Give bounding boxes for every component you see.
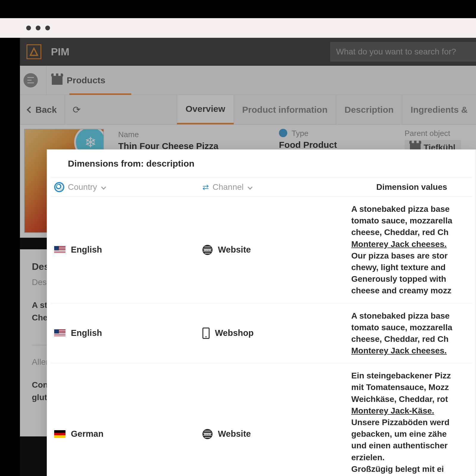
dimensions-modal: Dimensions from: description Country ⇄ C… <box>47 149 476 476</box>
traffic-light-close[interactable] <box>26 26 31 30</box>
modal-title: Dimensions from: description <box>47 150 476 178</box>
globe-icon <box>54 182 64 192</box>
row-channel: wwwWebsite <box>202 203 351 297</box>
left-black-bar <box>0 0 20 476</box>
us-flag-icon <box>54 246 65 254</box>
channel-label: Website <box>218 429 251 439</box>
values-column-header: Dimension values <box>351 182 472 192</box>
german-flag-icon <box>54 430 65 438</box>
channel-label: Webshop <box>215 328 254 338</box>
channel-label: Website <box>218 245 251 255</box>
row-country: German <box>51 370 202 476</box>
www-icon: www <box>202 245 213 255</box>
chevron-down-icon <box>248 185 253 190</box>
www-icon: www <box>202 429 213 439</box>
dimension-value: A stonebaked pizza basetomato sauce, moz… <box>351 203 472 297</box>
country-label: German <box>71 429 104 439</box>
dimension-row[interactable]: GermanwwwWebsiteEin steingebackener Pizz… <box>51 363 472 476</box>
dimension-value: Ein steingebackener Pizzmit Tomatensauce… <box>351 370 472 476</box>
traffic-light-max[interactable] <box>45 26 50 30</box>
browser-chrome <box>0 18 476 38</box>
traffic-light-min[interactable] <box>36 26 40 30</box>
country-label: English <box>71 328 102 338</box>
country-label: English <box>71 245 102 255</box>
us-flag-icon <box>54 329 65 337</box>
modal-columns-header: Country ⇄ Channel Dimension values <box>51 178 472 197</box>
dimension-value: A stonebaked pizza basetomato sauce, moz… <box>351 310 472 357</box>
row-channel: wwwWebsite <box>202 370 351 476</box>
row-country: English <box>51 310 202 357</box>
swap-icon: ⇄ <box>202 183 209 192</box>
dimension-row[interactable]: EnglishWebshopA stonebaked pizza basetom… <box>51 303 472 364</box>
phone-icon <box>202 328 210 339</box>
modal-body: EnglishwwwWebsiteA stonebaked pizza base… <box>47 197 476 476</box>
row-channel: Webshop <box>202 310 351 357</box>
chevron-down-icon <box>101 185 106 190</box>
channel-column-header[interactable]: ⇄ Channel <box>202 182 351 192</box>
row-country: English <box>51 203 202 297</box>
dimension-row[interactable]: EnglishwwwWebsiteA stonebaked pizza base… <box>51 197 472 303</box>
country-column-header[interactable]: Country <box>51 182 202 192</box>
